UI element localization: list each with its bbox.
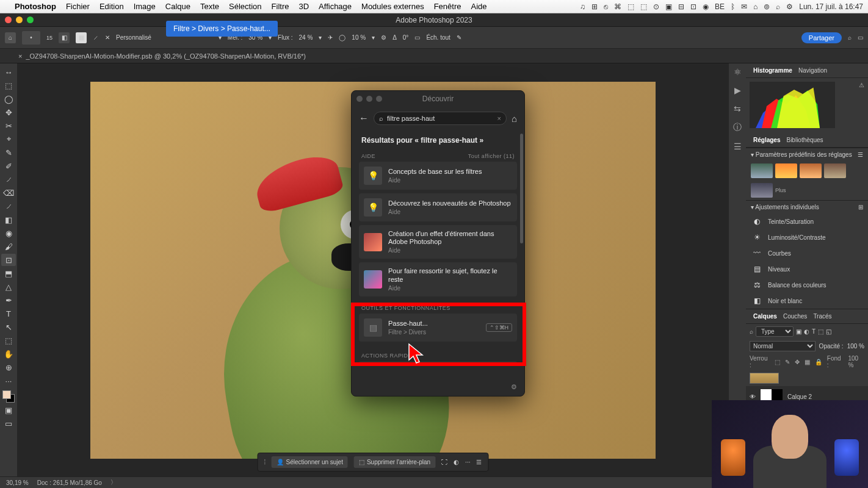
frame-tool-icon[interactable]: ⌖ [1, 133, 16, 145]
brush-size[interactable]: 15 [46, 35, 52, 41]
help-result-item[interactable]: Création d'un effet d'étirement dans Ado… [359, 225, 517, 259]
menu-fenetre[interactable]: Fenêtre [434, 2, 461, 11]
menubar-icon[interactable]: ⎋ [604, 2, 608, 11]
layer-group-thumb[interactable] [750, 373, 779, 384]
menu-modules[interactable]: Modules externes [361, 2, 424, 11]
tab-histogram[interactable]: Histogramme [751, 66, 795, 75]
blur-tool-icon[interactable]: 🖌 [1, 240, 16, 253]
direct-select-icon[interactable]: ↖ [1, 321, 16, 333]
menubar-icon[interactable]: ⊟ [678, 2, 684, 11]
history-brush-icon[interactable]: ⟋ [1, 200, 16, 212]
menubar-icon[interactable]: ✉ [741, 2, 747, 11]
menubar-icon[interactable]: ⊞ [591, 2, 598, 11]
gear-icon[interactable]: ⚙ [511, 383, 517, 391]
menu-image[interactable]: Image [134, 2, 156, 11]
menubar-icon[interactable]: ⬚ [627, 2, 634, 11]
hand-tool-icon[interactable]: ✋ [1, 348, 16, 360]
menu-3d[interactable]: 3D [298, 2, 309, 11]
opacity-value[interactable]: 100 % [847, 343, 864, 350]
heal-tool-icon[interactable]: ✐ [1, 160, 16, 172]
path-tool-icon[interactable]: ✒ [1, 294, 16, 306]
more-icon[interactable]: ··· [465, 459, 470, 465]
menubar-icon[interactable]: ⊡ [690, 2, 696, 11]
crop-tool-icon[interactable]: ✂ [1, 120, 16, 132]
move-tool-icon[interactable]: ↔ [1, 66, 16, 78]
search-icon[interactable]: ⌕ [848, 34, 852, 41]
adjustment-item[interactable]: ◧Noir et blanc [746, 293, 868, 309]
menu-aide[interactable]: Aide [471, 2, 486, 11]
menubar-icon[interactable]: ⌘ [614, 2, 621, 11]
show-all-link[interactable]: Tout afficher (11) [468, 153, 515, 159]
select-subject-button[interactable]: 👤Sélectionner un sujet [272, 456, 348, 468]
marquee-tool-icon[interactable]: ⬚ [1, 79, 16, 92]
preset-thumb[interactable] [751, 183, 773, 198]
stamp-tool-icon[interactable]: ⌫ [1, 187, 16, 199]
brush-icon[interactable]: ▦ [76, 32, 87, 43]
tab-traces[interactable]: Tracés [811, 312, 834, 321]
zoom-level[interactable]: 30,19 % [6, 479, 29, 486]
type-tool-icon[interactable]: △ [1, 281, 16, 293]
lock-icon[interactable]: ✎ [785, 359, 790, 365]
more-presets[interactable]: Plus [775, 187, 786, 193]
panel-icon[interactable]: ⓘ [733, 122, 742, 133]
visibility-icon[interactable]: 👁 [750, 393, 756, 400]
tab-navigation[interactable]: Navigation [796, 66, 830, 75]
panel-icon[interactable]: ▶ [734, 85, 741, 95]
filter-type-select[interactable]: Type [756, 326, 794, 337]
clear-search-icon[interactable]: × [497, 115, 501, 122]
opt-custom[interactable]: Personnalisé [116, 34, 151, 41]
list-view-icon[interactable]: ☰ [858, 151, 863, 158]
menu-selection[interactable]: Sélection [229, 2, 261, 11]
control-center-icon[interactable]: ⚙ [786, 2, 793, 11]
text-tool-icon[interactable]: T [1, 307, 16, 320]
quickmask-icon[interactable]: ▣ [1, 404, 16, 416]
adjustment-item[interactable]: ▤Niveaux [746, 261, 868, 277]
tab-bibliotheques[interactable]: Bibliothèques [784, 135, 825, 145]
maximize-window-icon[interactable] [27, 16, 34, 23]
transform-icon[interactable]: ⛶ [441, 459, 447, 465]
drag-handle-icon[interactable]: ⦙ [264, 459, 266, 466]
menubar-icon[interactable]: ⌂ [753, 2, 758, 11]
pen-tool-icon[interactable]: ⬒ [1, 267, 16, 279]
minimize-window-icon[interactable] [16, 16, 23, 23]
app-name[interactable]: Photoshop [15, 2, 56, 11]
selection-tool-icon[interactable]: ✥ [1, 106, 16, 118]
close-tab-icon[interactable]: × [18, 52, 22, 60]
panel-icon[interactable]: ⚛ [734, 67, 742, 77]
menu-affichage[interactable]: Affichage [319, 2, 352, 11]
brush-tool-icon[interactable]: ⟋ [1, 173, 16, 185]
back-icon[interactable]: ← [359, 113, 369, 124]
search-icon[interactable]: ⌕ [750, 328, 753, 335]
histogram-display[interactable] [750, 82, 835, 128]
color-swatches[interactable] [2, 390, 15, 403]
panel-icon[interactable]: ⇆ [734, 104, 741, 113]
pressure-icon[interactable]: ✎ [457, 34, 461, 41]
shape-tool-icon[interactable]: ⬚ [1, 334, 16, 346]
home-icon[interactable]: ⌂ [512, 113, 517, 124]
wifi-icon[interactable]: ⊚ [764, 2, 770, 11]
tab-reglages[interactable]: Réglages [751, 135, 783, 145]
eraser-tool-icon[interactable]: ◧ [1, 214, 16, 226]
menu-texte[interactable]: Texte [200, 2, 219, 11]
workspace-icon[interactable]: ▭ [858, 34, 863, 41]
zoom-tool-icon[interactable]: ⊕ [1, 361, 16, 373]
airbrush-icon[interactable]: ✈ [328, 34, 333, 41]
preset-thumb[interactable] [800, 163, 822, 178]
traffic-lights[interactable] [5, 16, 34, 23]
fg-color-icon[interactable] [2, 390, 11, 399]
preset-thumb[interactable] [751, 163, 773, 178]
filter-icon[interactable]: T [812, 328, 816, 335]
menubar-icon[interactable]: ⬚ [640, 2, 647, 11]
menubar-icon[interactable]: ◉ [703, 2, 709, 11]
lock-icon[interactable]: ▦ [805, 359, 810, 365]
tablet-icon[interactable]: ▭ [414, 34, 420, 41]
help-result-item[interactable]: 💡Découvrez les nouveautés de PhotoshopAi… [359, 193, 517, 221]
lock-icon[interactable]: ⬚ [775, 359, 780, 365]
clock[interactable]: Lun. 17 juil. à 16:47 [799, 2, 863, 11]
lock-icon[interactable]: ✥ [795, 359, 800, 365]
menubar-icon[interactable]: BE [715, 2, 725, 11]
tool-result-passe-haut[interactable]: ▤ Passe-haut... Filtre > Divers ⌃⇧⌘H [359, 314, 517, 342]
adjustments-header[interactable]: ▾ Ajustements individuels ⊞ [746, 200, 868, 214]
dodge-tool-icon[interactable]: ⊡ [1, 254, 16, 266]
tab-couches[interactable]: Couches [781, 312, 809, 321]
